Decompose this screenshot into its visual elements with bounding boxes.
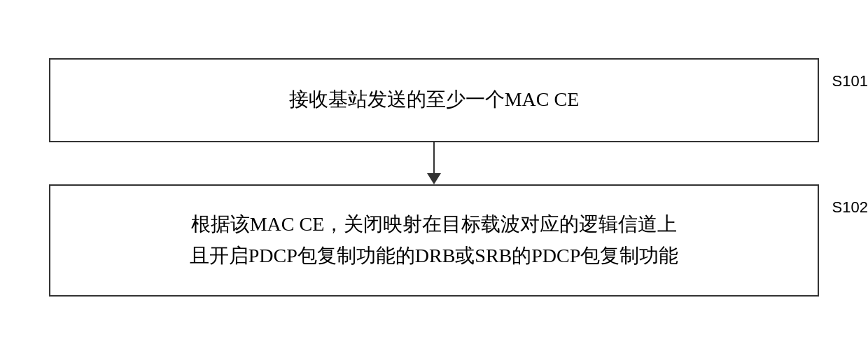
step-s102-box: 根据该MAC CE，关闭映射在目标载波对应的逻辑信道上且开启PDCP包复制功能的… bbox=[49, 184, 819, 297]
step-s102-text: 根据该MAC CE，关闭映射在目标载波对应的逻辑信道上且开启PDCP包复制功能的… bbox=[190, 209, 679, 272]
step-s101-text: 接收基站发送的至少一个MAC CE bbox=[289, 84, 580, 116]
step-s101-label: S101 bbox=[832, 72, 868, 90]
step-s101-box: 接收基站发送的至少一个MAC CE bbox=[49, 58, 819, 142]
arrow-line bbox=[433, 142, 435, 173]
diagram-container: 接收基站发送的至少一个MAC CE S101 根据该MAC CE，关闭映射在目标… bbox=[49, 58, 819, 297]
step-s101-wrapper: 接收基站发送的至少一个MAC CE S101 bbox=[49, 58, 819, 142]
step-s102-label: S102 bbox=[832, 198, 868, 217]
arrow-connector bbox=[49, 142, 819, 184]
step-s102-wrapper: 根据该MAC CE，关闭映射在目标载波对应的逻辑信道上且开启PDCP包复制功能的… bbox=[49, 184, 819, 297]
arrow-head bbox=[427, 173, 441, 184]
